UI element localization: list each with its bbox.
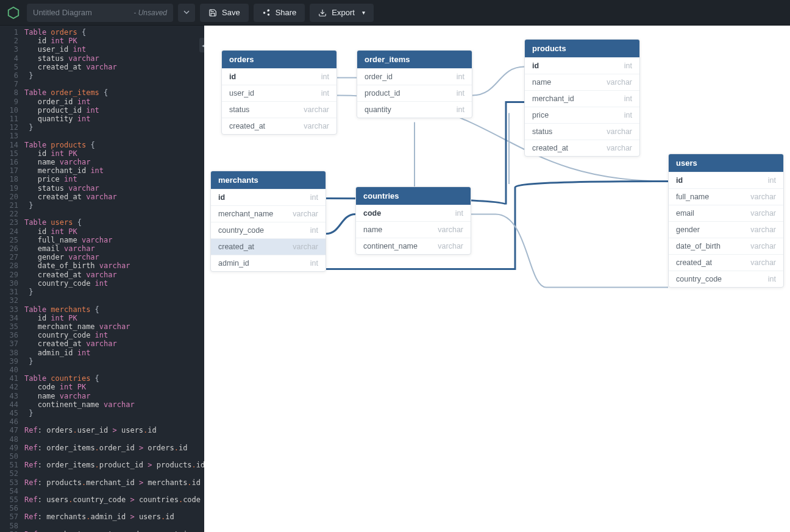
table-row[interactable]: emailvarchar — [669, 205, 783, 221]
table-row[interactable]: statusvarchar — [525, 123, 639, 140]
table-row[interactable]: merchant_idint — [525, 90, 639, 107]
field-type: int — [768, 176, 776, 185]
logo-icon — [5, 4, 22, 21]
table-products[interactable]: productsidintnamevarcharmerchant_idintpr… — [524, 39, 640, 157]
table-row[interactable]: created_atvarchar — [211, 238, 326, 255]
table-row[interactable]: order_idint — [357, 68, 472, 85]
document-title-text: Untitled Diagram — [33, 8, 92, 17]
chevron-left-icon: ◀ — [202, 42, 204, 49]
table-row[interactable]: statusvarchar — [222, 101, 336, 118]
table-header[interactable]: order_items — [357, 51, 472, 68]
save-icon — [208, 9, 217, 17]
field-type: varchar — [293, 243, 318, 251]
table-countries[interactable]: countriescodeintnamevarcharcontinent_nam… — [355, 186, 471, 255]
table-order_items[interactable]: order_itemsorder_idintproduct_idintquant… — [357, 50, 472, 118]
svg-marker-0 — [9, 7, 19, 18]
table-row[interactable]: idint — [669, 172, 783, 188]
diagram-canvas[interactable]: ordersidintuser_idintstatusvarcharcreate… — [204, 26, 790, 532]
field-name: product_id — [365, 89, 400, 98]
main-area: ◀ 12345678910111213141516171819202122232… — [0, 26, 790, 532]
table-users[interactable]: usersidintfull_namevarcharemailvarcharge… — [668, 154, 784, 288]
chevron-down-icon — [183, 8, 190, 17]
field-name: status — [229, 105, 249, 114]
table-row[interactable]: full_namevarchar — [669, 188, 783, 205]
field-name: id — [229, 73, 236, 81]
field-name: name — [532, 78, 551, 87]
field-name: date_of_birth — [676, 242, 721, 250]
field-name: country_code — [218, 226, 264, 235]
field-name: admin_id — [218, 259, 249, 268]
field-type: int — [457, 89, 464, 98]
field-name: code — [363, 209, 381, 218]
table-row[interactable]: idint — [222, 68, 336, 85]
table-row[interactable]: idint — [525, 57, 639, 74]
table-merchants[interactable]: merchantsidintmerchant_namevarcharcountr… — [210, 171, 326, 272]
table-row[interactable]: created_atvarchar — [669, 254, 783, 271]
collapse-handle[interactable]: ◀ — [199, 38, 204, 52]
field-type: varchar — [750, 242, 776, 250]
table-row[interactable]: country_codeint — [669, 271, 783, 287]
field-name: price — [532, 111, 549, 119]
field-name: id — [218, 193, 225, 202]
export-icon — [318, 9, 327, 17]
document-title[interactable]: Untitled Diagram - Unsaved — [27, 4, 173, 22]
table-row[interactable]: product_idint — [357, 85, 472, 101]
field-type: varchar — [607, 127, 632, 136]
field-name: gender — [676, 225, 700, 234]
field-name: merchant_id — [532, 94, 574, 103]
table-row[interactable]: date_of_birthvarchar — [669, 238, 783, 254]
field-name: name — [363, 225, 382, 234]
field-type: int — [457, 73, 464, 81]
share-button[interactable]: Share — [254, 4, 305, 22]
topbar: Untitled Diagram - Unsaved Save Share Ex… — [0, 0, 790, 26]
table-row[interactable]: namevarchar — [356, 221, 471, 238]
table-row[interactable]: user_idint — [222, 85, 336, 101]
field-type: varchar — [438, 242, 463, 250]
table-row[interactable]: admin_idint — [211, 255, 326, 271]
field-type: int — [457, 105, 464, 114]
field-name: id — [676, 176, 683, 185]
field-type: int — [321, 89, 329, 98]
field-type: varchar — [607, 144, 632, 152]
table-row[interactable]: merchant_namevarchar — [211, 205, 326, 222]
field-name: merchant_name — [218, 210, 273, 218]
save-button[interactable]: Save — [200, 4, 249, 22]
field-type: varchar — [750, 209, 776, 218]
table-row[interactable]: namevarchar — [525, 74, 639, 90]
field-type: int — [310, 226, 318, 235]
table-header[interactable]: countries — [356, 187, 471, 205]
table-row[interactable]: idint — [211, 189, 326, 205]
document-dropdown-button[interactable] — [178, 4, 195, 22]
table-row[interactable]: created_atvarchar — [222, 118, 336, 134]
field-name: created_at — [218, 243, 254, 251]
field-type: varchar — [750, 258, 776, 267]
field-type: varchar — [304, 105, 329, 114]
table-row[interactable]: priceint — [525, 107, 639, 123]
table-orders[interactable]: ordersidintuser_idintstatusvarcharcreate… — [221, 50, 337, 135]
share-icon — [262, 9, 271, 17]
field-type: int — [624, 62, 632, 70]
export-button[interactable]: Export ▾ — [310, 4, 374, 22]
field-name: id — [532, 62, 539, 70]
code-editor[interactable]: Table orders { id int PK user_id int sta… — [24, 26, 204, 532]
field-name: country_code — [676, 275, 722, 283]
field-name: email — [676, 209, 694, 218]
field-type: int — [455, 209, 463, 218]
table-header[interactable]: orders — [222, 51, 336, 68]
table-row[interactable]: continent_namevarchar — [356, 238, 471, 254]
field-name: created_at — [229, 122, 265, 130]
table-row[interactable]: created_atvarchar — [525, 140, 639, 156]
table-header[interactable]: merchants — [211, 171, 326, 189]
table-row[interactable]: quantityint — [357, 101, 472, 118]
field-name: full_name — [676, 193, 709, 201]
table-row[interactable]: gendervarchar — [669, 221, 783, 238]
field-type: int — [321, 73, 329, 81]
save-button-label: Save — [222, 8, 240, 17]
table-row[interactable]: codeint — [356, 205, 471, 221]
field-name: order_id — [365, 73, 393, 81]
table-row[interactable]: country_codeint — [211, 222, 326, 238]
table-header[interactable]: users — [669, 154, 783, 172]
table-header[interactable]: products — [525, 40, 639, 57]
field-type: int — [624, 94, 632, 103]
field-name: status — [532, 127, 552, 136]
